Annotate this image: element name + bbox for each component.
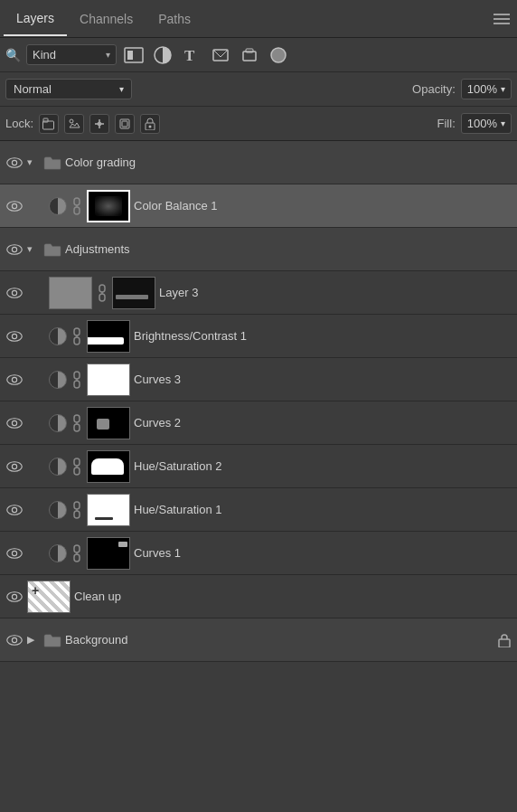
svg-rect-30 — [99, 294, 105, 301]
layer-item[interactable]: Brightness/Contrast 1 — [0, 315, 517, 358]
opacity-dropdown[interactable]: 100% ▾ — [461, 79, 512, 99]
svg-point-26 — [12, 247, 16, 251]
layer-item[interactable]: ▾ Color grading — [0, 141, 517, 184]
layer-thumbnail — [87, 450, 130, 483]
layer-thumbnail — [49, 277, 92, 309]
tab-channels[interactable]: Channels — [67, 3, 146, 35]
fill-label: Fill: — [437, 117, 456, 130]
svg-point-65 — [12, 637, 16, 642]
svg-point-28 — [12, 290, 16, 295]
lock-image-pixels-icon[interactable] — [64, 114, 84, 134]
opacity-circle-icon[interactable] — [267, 43, 290, 67]
adjustment-filter-icon[interactable] — [151, 43, 174, 67]
lock-pixels-icon[interactable] — [39, 114, 59, 134]
svg-point-37 — [7, 374, 23, 384]
collapse-arrow[interactable]: ▾ — [27, 243, 40, 255]
lock-all-icon[interactable] — [140, 114, 160, 134]
filter-toolbar: 🔍 Kind ▾ T — [0, 38, 517, 72]
layer-name: Hue/Saturation 2 — [134, 459, 512, 473]
svg-point-47 — [7, 461, 23, 471]
visibility-toggle[interactable] — [5, 327, 24, 345]
visibility-toggle[interactable] — [5, 458, 24, 476]
panel-menu-button[interactable] — [494, 14, 510, 24]
svg-point-52 — [7, 505, 23, 515]
visibility-toggle[interactable] — [5, 371, 24, 389]
tab-paths[interactable]: Paths — [146, 3, 203, 35]
svg-rect-60 — [74, 554, 80, 562]
visibility-toggle[interactable] — [5, 588, 24, 606]
layer-item[interactable]: Layer 3 — [0, 271, 517, 315]
layer-thumbnail — [87, 537, 130, 570]
tabs-bar: Layers Channels Paths — [0, 0, 517, 38]
layer-item[interactable]: Curves 1 — [0, 532, 517, 575]
chain-icon — [70, 544, 83, 562]
fill-dropdown[interactable]: 100% ▾ — [461, 113, 512, 134]
layer-name: Layer 3 — [159, 286, 512, 299]
svg-point-18 — [7, 157, 23, 167]
layer-item[interactable]: Curves 3 — [0, 358, 517, 401]
collapse-arrow[interactable]: ▾ — [27, 156, 40, 168]
layer-thumbnail — [87, 407, 130, 439]
svg-point-48 — [12, 464, 16, 468]
lock-artboard-icon[interactable] — [115, 114, 135, 134]
layer-thumbnail — [87, 190, 130, 222]
search-icon: 🔍 — [5, 48, 21, 62]
visibility-toggle[interactable] — [5, 154, 24, 172]
blend-row: Normal ▾ Opacity: 100% ▾ — [0, 72, 517, 107]
shape-filter-icon[interactable] — [209, 43, 232, 67]
smart-filter-icon[interactable] — [238, 43, 261, 67]
type-filter-icon[interactable]: T — [180, 43, 203, 67]
visibility-toggle[interactable] — [5, 197, 24, 215]
layer-thumbnail — [87, 494, 130, 526]
svg-point-53 — [12, 507, 16, 512]
chain-icon — [70, 197, 83, 215]
svg-rect-29 — [99, 285, 105, 292]
layer-item[interactable]: Curves 2 — [0, 401, 517, 445]
svg-rect-45 — [74, 424, 80, 431]
svg-point-21 — [12, 203, 16, 208]
svg-point-43 — [12, 420, 16, 425]
kind-dropdown[interactable]: Kind ▾ — [26, 44, 117, 65]
visibility-toggle[interactable] — [5, 241, 24, 259]
svg-point-33 — [12, 334, 16, 338]
blend-mode-arrow: ▾ — [119, 84, 124, 94]
svg-rect-22 — [74, 198, 80, 205]
svg-rect-35 — [74, 337, 80, 345]
blend-mode-dropdown[interactable]: Normal ▾ — [5, 79, 132, 99]
svg-point-58 — [12, 551, 16, 555]
adjustment-icon — [49, 197, 67, 215]
adjustment-icon — [49, 327, 67, 345]
layer-item[interactable]: Color Balance 1 — [0, 184, 517, 228]
adjustment-icon — [49, 544, 67, 562]
pixel-layer-filter-icon[interactable] — [122, 43, 146, 67]
opacity-label: Opacity: — [412, 82, 456, 96]
layer-item[interactable]: ▾ Adjustments — [0, 228, 517, 271]
lock-label: Lock: — [5, 117, 33, 130]
fill-value-text: 100% — [467, 117, 497, 130]
collapse-arrow[interactable]: ▶ — [27, 634, 40, 646]
visibility-toggle[interactable] — [5, 631, 24, 649]
layer-item[interactable]: Clean up — [0, 575, 517, 618]
svg-text:T: T — [184, 47, 195, 64]
lock-position-icon[interactable] — [89, 114, 109, 134]
visibility-toggle[interactable] — [5, 501, 24, 519]
layer-name: Background — [65, 633, 494, 647]
layer-name: Hue/Saturation 1 — [134, 503, 512, 516]
svg-rect-39 — [74, 372, 80, 379]
svg-rect-40 — [74, 381, 80, 388]
tab-layers[interactable]: Layers — [4, 2, 67, 36]
lock-row: Lock: — [0, 107, 517, 141]
layer-thumbnail — [87, 364, 130, 396]
layer-name: Curves 2 — [134, 416, 512, 430]
layer-item[interactable]: ▶ Background — [0, 618, 517, 662]
visibility-toggle[interactable] — [5, 284, 24, 302]
visibility-toggle[interactable] — [5, 414, 24, 432]
svg-point-27 — [7, 288, 23, 297]
svg-point-42 — [7, 418, 23, 428]
svg-rect-59 — [74, 545, 80, 552]
svg-rect-34 — [74, 328, 80, 335]
layer-item[interactable]: Hue/Saturation 2 — [0, 445, 517, 488]
layer-item[interactable]: Hue/Saturation 1 — [0, 488, 517, 532]
visibility-toggle[interactable] — [5, 544, 24, 562]
svg-point-63 — [12, 594, 16, 599]
